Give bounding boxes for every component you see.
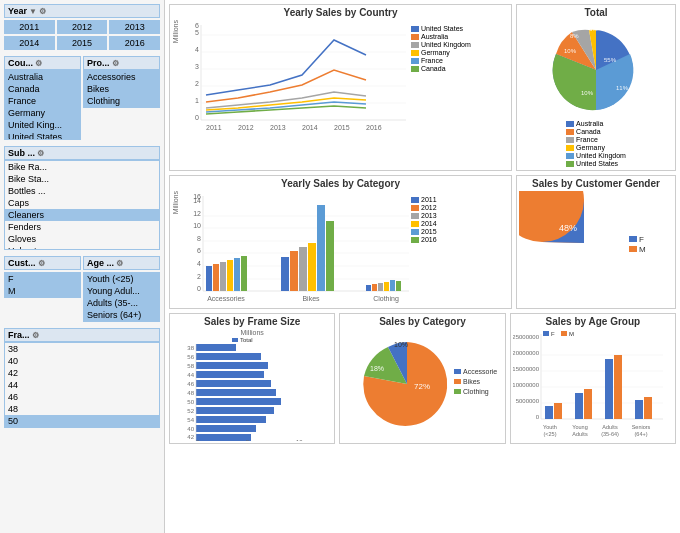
- age-youth[interactable]: Youth (<25): [84, 273, 159, 285]
- country-us[interactable]: United States: [5, 131, 80, 140]
- age-young[interactable]: Young Adul...: [84, 285, 159, 297]
- country-germany[interactable]: Germany: [5, 107, 80, 119]
- product-filter: Pro... ⚙ Accessories Bikes Clothing: [83, 56, 160, 140]
- age-list[interactable]: Youth (<25) Young Adul... Adults (35-...…: [83, 272, 160, 322]
- svg-text:55%: 55%: [604, 57, 617, 63]
- svg-rect-125: [635, 400, 643, 419]
- subcategory-filter-title[interactable]: Sub ... ⚙: [4, 146, 160, 160]
- sub-bottles[interactable]: Bottles ...: [5, 185, 159, 197]
- frame-38[interactable]: 38: [5, 343, 159, 355]
- frame-filter-title[interactable]: Fra... ⚙: [4, 328, 160, 342]
- svg-rect-121: [575, 393, 583, 419]
- frame-44[interactable]: 44: [5, 379, 159, 391]
- svg-text:F: F: [639, 235, 644, 244]
- svg-rect-58: [384, 282, 389, 291]
- sub-caps[interactable]: Caps: [5, 197, 159, 209]
- svg-rect-46: [227, 260, 233, 291]
- year-2012[interactable]: 2012: [57, 20, 108, 34]
- product-bikes[interactable]: Bikes: [84, 83, 159, 95]
- svg-text:0: 0: [535, 414, 539, 420]
- svg-rect-60: [396, 281, 401, 291]
- charts-panel: Yearly Sales by Country Millions 0 1 2 3…: [165, 0, 680, 533]
- age-filter-icon: ⚙: [116, 259, 123, 268]
- frame-size-chart: Sales by Frame Size Millions 38 56 58 44…: [169, 313, 335, 444]
- svg-text:50: 50: [187, 399, 194, 405]
- year-2011[interactable]: 2011: [4, 20, 55, 34]
- age-filter-title[interactable]: Age ... ⚙: [83, 256, 160, 270]
- svg-rect-135: [543, 331, 549, 336]
- yearly-country-legend: United States Australia United Kingdom G…: [411, 25, 471, 73]
- svg-text:10%: 10%: [581, 90, 594, 96]
- sub-gloves[interactable]: Gloves: [5, 233, 159, 245]
- svg-text:42: 42: [187, 434, 194, 440]
- svg-rect-86: [196, 389, 276, 396]
- svg-rect-105: [454, 389, 461, 394]
- sub-bikesta[interactable]: Bike Sta...: [5, 173, 159, 185]
- svg-text:6: 6: [197, 247, 201, 254]
- svg-rect-81: [196, 344, 236, 351]
- svg-rect-90: [196, 425, 256, 432]
- customer-m[interactable]: M: [5, 285, 80, 297]
- svg-text:16: 16: [193, 193, 201, 200]
- customer-f[interactable]: F: [5, 273, 80, 285]
- svg-text:72%: 72%: [414, 382, 430, 391]
- subcategory-list[interactable]: Bike Ra... Bike Sta... Bottles ... Caps …: [4, 160, 160, 250]
- svg-rect-54: [326, 221, 334, 291]
- svg-rect-88: [196, 407, 274, 414]
- country-canada[interactable]: Canada: [5, 83, 80, 95]
- svg-text:56: 56: [187, 354, 194, 360]
- svg-text:5000000: 5000000: [515, 398, 539, 404]
- year-2014[interactable]: 2014: [4, 36, 55, 50]
- svg-text:8: 8: [197, 235, 201, 242]
- svg-text:10%: 10%: [394, 341, 408, 348]
- customer-list[interactable]: F M: [4, 272, 81, 298]
- svg-text:Bikes: Bikes: [302, 295, 320, 302]
- frame-50[interactable]: 50: [5, 415, 159, 427]
- age-group-chart: Sales by Age Group 0 5000000 10000000 15…: [510, 313, 676, 444]
- country-list[interactable]: Australia Canada France Germany United K…: [4, 70, 81, 140]
- year-2013[interactable]: 2013: [109, 20, 160, 34]
- svg-text:Adults: Adults: [602, 424, 618, 430]
- product-list[interactable]: Accessories Bikes Clothing: [83, 70, 160, 108]
- svg-rect-53: [317, 205, 325, 291]
- svg-text:(35-64): (35-64): [601, 431, 619, 437]
- customer-title-label: Cust...: [8, 258, 36, 268]
- country-uk[interactable]: United King...: [5, 119, 80, 131]
- frame-filter-icon: ⚙: [32, 331, 39, 340]
- frame-list[interactable]: 38 40 42 44 46 48 50: [4, 342, 160, 428]
- svg-text:M: M: [569, 331, 574, 337]
- product-clothing[interactable]: Clothing: [84, 95, 159, 107]
- year-filter-title[interactable]: Year ▼ ⚙: [4, 4, 160, 18]
- age-adults[interactable]: Adults (35-...: [84, 297, 159, 309]
- svg-rect-89: [196, 416, 266, 423]
- sub-bikera[interactable]: Bike Ra...: [5, 161, 159, 173]
- customer-filter-title[interactable]: Cust... ⚙: [4, 256, 81, 270]
- svg-rect-59: [390, 280, 395, 291]
- year-2015[interactable]: 2015: [57, 36, 108, 50]
- sub-cleaners[interactable]: Cleaners: [5, 209, 159, 221]
- svg-text:58: 58: [187, 363, 194, 369]
- yearly-category-chart: Yearly Sales by Category Millions 0 2 4 …: [169, 175, 512, 309]
- frame-title-label: Fra...: [8, 330, 30, 340]
- svg-text:11%: 11%: [616, 85, 629, 91]
- country-filter: Cou... ⚙ Australia Canada France Germany…: [4, 56, 81, 140]
- frame-40[interactable]: 40: [5, 355, 159, 367]
- svg-text:2011: 2011: [206, 124, 222, 131]
- year-2016[interactable]: 2016: [109, 36, 160, 50]
- frame-46[interactable]: 46: [5, 391, 159, 403]
- svg-rect-84: [196, 371, 264, 378]
- product-filter-title[interactable]: Pro... ⚙: [83, 56, 160, 70]
- category-pie-title: Sales by Category: [342, 316, 502, 327]
- svg-text:48: 48: [187, 390, 194, 396]
- age-seniors[interactable]: Seniors (64+): [84, 309, 159, 321]
- sub-fenders[interactable]: Fenders: [5, 221, 159, 233]
- product-accessories[interactable]: Accessories: [84, 71, 159, 83]
- frame-42[interactable]: 42: [5, 367, 159, 379]
- sub-helmets[interactable]: Helmets: [5, 245, 159, 250]
- frame-48[interactable]: 48: [5, 403, 159, 415]
- country-filter-title[interactable]: Cou... ⚙: [4, 56, 81, 70]
- country-france[interactable]: France: [5, 95, 80, 107]
- svg-rect-56: [372, 284, 377, 291]
- country-australia[interactable]: Australia: [5, 71, 80, 83]
- category-pie-chart: Sales by Category 72% 18% 10%: [339, 313, 505, 444]
